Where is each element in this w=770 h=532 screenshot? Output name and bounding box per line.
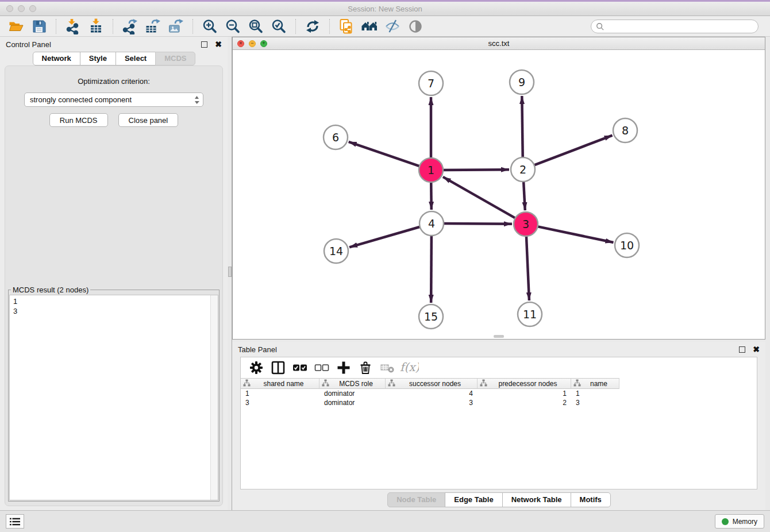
tab-network[interactable]: Network	[33, 52, 80, 65]
network-maximize-icon[interactable]: +	[260, 40, 267, 47]
export-network-icon[interactable]	[121, 18, 138, 35]
optimization-label: Optimization criterion:	[78, 77, 150, 86]
edge-4-15[interactable]	[431, 234, 432, 303]
edge-3-1[interactable]	[443, 177, 517, 219]
node-9[interactable]: 9	[510, 70, 534, 94]
criterion-value: strongly connected component	[30, 95, 132, 104]
node-4[interactable]: 4	[419, 211, 444, 236]
node-2[interactable]: 2	[511, 157, 535, 182]
edge-4-3[interactable]	[442, 223, 512, 224]
node-8[interactable]: 8	[613, 118, 637, 142]
tab-mcds[interactable]: MCDS	[155, 52, 195, 65]
column-header-successor-nodes[interactable]: successor nodes	[386, 378, 478, 389]
hide-selected-icon[interactable]	[384, 18, 401, 35]
first-neighbors-icon[interactable]	[361, 18, 378, 35]
edge-3-10[interactable]	[537, 226, 614, 242]
table-row[interactable]: 1dominator411	[241, 389, 757, 398]
edge-4-14[interactable]	[349, 226, 421, 247]
node-7[interactable]: 7	[419, 71, 443, 95]
deselect-all-icon[interactable]	[311, 359, 333, 376]
zoom-out-icon[interactable]	[224, 18, 241, 35]
canvas-scrollbar-nub[interactable]	[494, 335, 504, 338]
tab-motifs[interactable]: Motifs	[571, 492, 611, 507]
result-scrollbar[interactable]	[210, 295, 218, 500]
edge-1-6[interactable]	[349, 142, 421, 167]
node-15[interactable]: 15	[419, 304, 443, 329]
toolbar-separator	[329, 19, 330, 34]
zoom-in-icon[interactable]	[201, 18, 218, 35]
edge-2-3[interactable]	[523, 180, 525, 210]
delete-column-icon[interactable]	[355, 359, 376, 376]
node-10[interactable]: 10	[615, 233, 639, 257]
gear-icon[interactable]	[245, 359, 267, 376]
column-header-MCDS-role[interactable]: MCDS role	[319, 378, 386, 389]
table-cell[interactable]: 3	[241, 399, 319, 407]
node-1[interactable]: 1	[419, 158, 443, 182]
zoom-selected-icon[interactable]	[270, 18, 287, 35]
close-panel-button[interactable]: Close panel	[118, 113, 179, 127]
table-cell[interactable]: 2	[478, 399, 571, 407]
close-table-panel-icon[interactable]: ✖	[753, 345, 760, 353]
node-14[interactable]: 14	[324, 239, 348, 263]
refresh-icon[interactable]	[304, 18, 321, 35]
panel-splitter[interactable]	[228, 37, 232, 510]
node-11[interactable]: 11	[518, 302, 542, 326]
split-columns-icon[interactable]	[267, 359, 289, 376]
new-network-from-selection-icon[interactable]	[338, 18, 355, 35]
float-table-panel-icon[interactable]	[739, 346, 745, 353]
export-image-icon[interactable]	[167, 18, 184, 35]
mcds-result-lines: 13	[10, 295, 210, 500]
table-cell[interactable]: 1	[478, 390, 571, 398]
column-header-name[interactable]: name	[571, 378, 619, 389]
edge-2-9[interactable]	[522, 96, 522, 159]
save-icon[interactable]	[30, 18, 48, 35]
table-cell[interactable]: 3	[571, 399, 619, 407]
close-window-button[interactable]	[6, 5, 13, 12]
table-cell[interactable]: 1	[571, 390, 619, 398]
edge-1-4[interactable]	[431, 181, 432, 210]
table-cell[interactable]: dominator	[319, 399, 386, 407]
network-close-icon[interactable]: ×	[237, 40, 244, 47]
toolbar-separator	[56, 19, 56, 34]
tab-edge-table[interactable]: Edge Table	[445, 492, 502, 507]
column-header-predecessor-nodes[interactable]: predecessor nodes	[478, 378, 571, 389]
tab-select[interactable]: Select	[116, 52, 156, 65]
network-window-titlebar[interactable]: × − + scc.txt	[233, 37, 765, 50]
zoom-window-button[interactable]	[29, 5, 36, 12]
table-cell[interactable]: dominator	[319, 390, 386, 398]
node-6[interactable]: 6	[324, 125, 348, 149]
select-all-icon[interactable]	[289, 359, 311, 376]
zoom-fit-icon[interactable]	[247, 18, 264, 35]
table-cell[interactable]: 4	[386, 390, 478, 398]
edge-2-8[interactable]	[533, 136, 613, 166]
table-cell[interactable]: 1	[241, 390, 319, 398]
search-input[interactable]	[591, 20, 759, 33]
node-3[interactable]: 3	[514, 212, 538, 236]
minimize-window-button[interactable]	[18, 5, 25, 12]
splitter-handle[interactable]	[228, 267, 232, 277]
export-table-icon[interactable]	[144, 18, 161, 35]
tab-network-table[interactable]: Network Table	[502, 492, 571, 507]
import-network-icon[interactable]	[64, 18, 82, 35]
float-panel-icon[interactable]	[201, 41, 207, 48]
edge-3-11[interactable]	[526, 235, 529, 300]
memory-button[interactable]: Memory	[715, 514, 764, 529]
network-canvas[interactable]: 1234678910111415	[233, 50, 765, 339]
close-panel-icon[interactable]: ✖	[215, 40, 222, 48]
network-graph[interactable]: 1234678910111415	[233, 50, 765, 339]
network-minimize-icon[interactable]: −	[249, 40, 256, 47]
criterion-select[interactable]: strongly connected component	[24, 92, 203, 107]
import-table-icon[interactable]	[87, 18, 105, 35]
tab-style[interactable]: Style	[80, 52, 116, 65]
show-hidden-icon[interactable]	[407, 18, 424, 35]
table-cell[interactable]: 3	[386, 399, 478, 407]
task-history-button[interactable]	[6, 514, 24, 529]
tab-node-table[interactable]: Node Table	[387, 492, 445, 507]
control-panel-title: Control Panel	[6, 40, 51, 49]
open-icon[interactable]	[7, 18, 25, 35]
edge-1-2[interactable]	[442, 169, 509, 170]
column-header-shared-name[interactable]: shared name	[241, 378, 319, 389]
table-row[interactable]: 3dominator323	[241, 398, 757, 407]
add-column-icon[interactable]	[333, 359, 355, 376]
run-mcds-button[interactable]: Run MCDS	[49, 113, 108, 127]
